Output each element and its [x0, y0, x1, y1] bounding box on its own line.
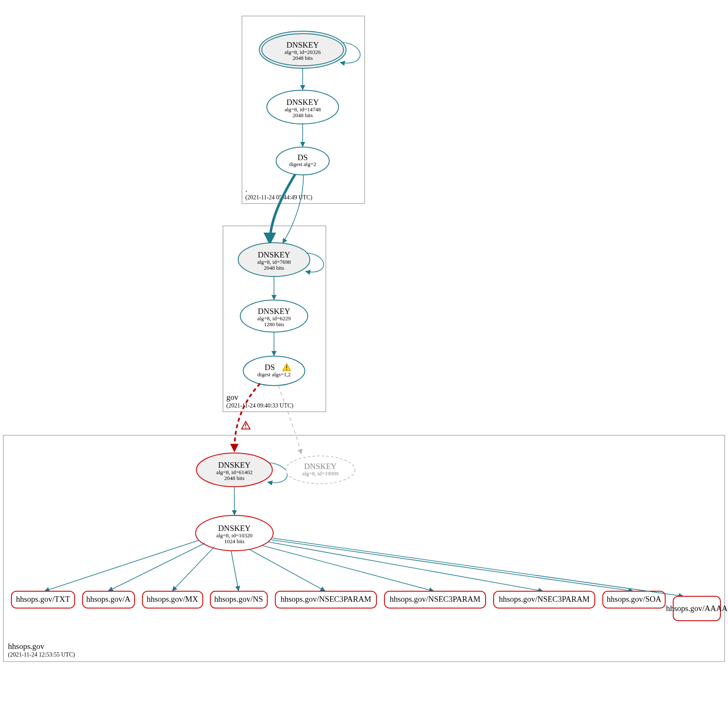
edge-root-ds-gov-ksk-thick	[270, 174, 295, 243]
node-gov-ds[interactable]: DS digest algs=1,2	[243, 356, 305, 386]
zone-hhsops-ts: (2021-11-24 12:53:55 UTC)	[8, 651, 75, 658]
edge-zsk-ns	[231, 550, 239, 591]
rr-mx-label: hhsops.gov/MX	[147, 595, 198, 603]
node-gov-zsk[interactable]: DNSKEY alg=8, id=6229 1280 bits	[240, 300, 308, 332]
zone-root-label: .	[245, 185, 247, 193]
svg-rect-11	[245, 423, 246, 426]
node-root-ds[interactable]: DS digest alg=2	[276, 147, 329, 175]
node-root-ds-l1: digest alg=2	[289, 161, 316, 167]
node-root-zsk-l2: 2048 bits	[293, 112, 313, 118]
edge-zsk-soa	[271, 540, 634, 591]
node-root-ksk-l2: 2048 bits	[293, 55, 313, 61]
node-root-zsk-title: DNSKEY	[286, 98, 319, 107]
node-hhsops-ksk-l2: 2048 bits	[224, 475, 244, 481]
node-gov-ksk-l1: alg=8, id=7698	[257, 259, 291, 265]
rr-aaaa-label: hhsops.gov/AAAA	[666, 604, 728, 613]
zone-hhsops-label: hhsops.gov	[8, 642, 45, 651]
node-hhsops-zsk-title: DNSKEY	[218, 524, 250, 533]
svg-rect-13	[3, 435, 725, 662]
node-gov-zsk-l1: alg=8, id=6229	[257, 315, 291, 322]
node-gov-ksk[interactable]: DNSKEY alg=8, id=7698 2048 bits	[238, 243, 310, 276]
zone-hhsops: hhsops.gov (2021-11-24 12:53:55 UTC) DNS…	[3, 435, 728, 662]
rr-ns-label: hhsops.gov/NS	[214, 595, 263, 603]
svg-rect-9	[286, 365, 287, 368]
warning-icon	[242, 421, 250, 429]
node-root-ksk-title: DNSKEY	[286, 40, 319, 49]
rr-nsec3param-3-label: hhsops.gov/NSEC3PARAM	[499, 595, 589, 603]
edge-root-ds-gov-ksk	[282, 175, 304, 244]
node-gov-ds-l1: digest algs=1,2	[258, 371, 291, 378]
node-hhsops-ksk-title: DNSKEY	[218, 461, 250, 469]
rr-a-label: hhsops.gov/A	[86, 595, 130, 603]
node-hhsops-zsk-l2: 1024 bits	[224, 538, 244, 544]
rr-nsec3param-2-label: hhsops.gov/NSEC3PARAM	[390, 595, 480, 603]
node-gov-ds-title: DS	[265, 363, 275, 372]
svg-rect-12	[245, 427, 246, 428]
rr-soa-label: hhsops.gov/SOA	[607, 595, 661, 603]
edge-zsk-aaaa	[273, 538, 684, 596]
rr-txt-label: hhsops.gov/TXT	[16, 595, 70, 603]
node-gov-ksk-l2: 2048 bits	[264, 265, 284, 271]
node-gov-zsk-l2: 1280 bits	[264, 321, 284, 327]
zone-root-ts: (2021-11-24 05:44:49 UTC)	[245, 194, 312, 201]
node-hhsops-ksk[interactable]: DNSKEY alg=8, id=61402 2048 bits	[196, 453, 272, 487]
node-root-ds-title: DS	[298, 153, 308, 162]
rrset-group: hhsops.gov/TXT hhsops.gov/A hhsops.gov/M…	[11, 538, 728, 621]
edge-zsk-mx	[172, 547, 214, 591]
node-root-zsk-l1: alg=8, id=14748	[285, 106, 321, 113]
node-hhsops-ghost-l1: alg=8, id=19099	[302, 470, 338, 477]
zone-gov-label: gov	[226, 393, 239, 402]
edge-zsk-nsec3-2	[261, 545, 434, 591]
node-hhsops-ksk-l1: alg=8, id=61402	[216, 469, 253, 475]
node-gov-ksk-title: DNSKEY	[258, 250, 290, 259]
svg-rect-10	[286, 369, 287, 370]
zone-gov: gov (2021-11-24 09:40:33 UTC) DNSKEY alg…	[223, 226, 326, 412]
edge-zsk-a	[108, 543, 205, 591]
edge-gov-ds-hhsops-ghost	[278, 386, 301, 454]
edge-zsk-nsec3-1	[249, 549, 325, 591]
zone-gov-ts: (2021-11-24 09:40:33 UTC)	[226, 402, 293, 409]
rr-nsec3param-1-label: hhsops.gov/NSEC3PARAM	[280, 595, 371, 603]
node-hhsops-ghost-dnskey[interactable]: DNSKEY alg=8, id=19099	[286, 456, 355, 484]
node-hhsops-zsk-l1: alg=8, id=10320	[216, 532, 253, 539]
node-gov-zsk-title: DNSKEY	[258, 307, 290, 316]
node-root-zsk[interactable]: DNSKEY alg=8, id=14748 2048 bits	[267, 90, 338, 124]
node-hhsops-ghost-title: DNSKEY	[304, 462, 336, 471]
node-root-ksk-l1: alg=8, id=20326	[285, 49, 321, 55]
edge-zsk-txt	[44, 540, 199, 591]
node-root-ksk[interactable]: DNSKEY alg=8, id=20326 2048 bits	[259, 31, 346, 68]
